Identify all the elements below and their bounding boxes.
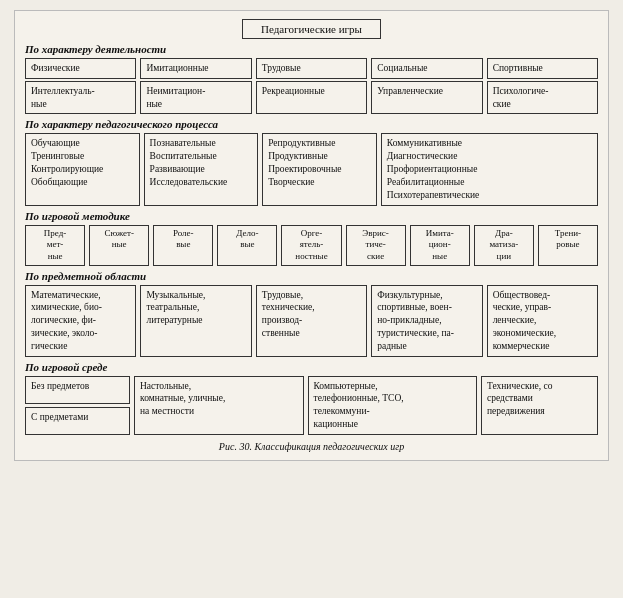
box-s3c7: Имита- цион- ные: [410, 225, 470, 266]
box-s4c1: Математические, химические, био- логичес…: [25, 285, 136, 357]
box-s3c6: Эврис- тиче- ские: [346, 225, 406, 266]
section-title-3: По игровой методике: [25, 210, 598, 222]
box-s1r2c3: Рекреационные: [256, 81, 367, 115]
box-s3c8: Дра- матиза- ции: [474, 225, 534, 266]
box-s2c1: Обучающие Тренинговые Контролирующие Обо…: [25, 133, 140, 205]
section1-row2: Интеллектуаль- ные Неимитацион- ные Рекр…: [25, 81, 598, 115]
section-title-2: По характеру педагогического процесса: [25, 118, 598, 130]
section4-boxes: Математические, химические, био- логичес…: [25, 285, 598, 357]
box-s3c2: Сюжет- ные: [89, 225, 149, 266]
box-s1r1c1: Физические: [25, 58, 136, 79]
box-s1r1c5: Спортивные: [487, 58, 598, 79]
box-s2c4: Коммуникативные Диагностические Профорие…: [381, 133, 598, 205]
section-title-5: По игровой среде: [25, 361, 598, 373]
box-s1r2c4: Управленческие: [371, 81, 482, 115]
main-title: Педагогические игры: [242, 19, 381, 39]
box-s3c1: Пред- мет- ные: [25, 225, 85, 266]
section2-boxes: Обучающие Тренинговые Контролирующие Обо…: [25, 133, 598, 205]
box-s3c5: Орге- ятель- ностные: [281, 225, 341, 266]
box-s4c3: Трудовые, технические, производ- ственны…: [256, 285, 367, 357]
section3-boxes: Пред- мет- ные Сюжет- ные Роле- вые Дело…: [25, 225, 598, 266]
box-s2c3: Репродуктивные Продуктивные Проектировоч…: [262, 133, 377, 205]
section5-left-pair: Без предметов С предметами: [25, 376, 130, 435]
box-s1r2c1: Интеллектуаль- ные: [25, 81, 136, 115]
box-s4c2: Музыкальные, театральные, литературные: [140, 285, 251, 357]
box-s3c9: Трени- ровые: [538, 225, 598, 266]
box-s1r2c5: Психологиче- ские: [487, 81, 598, 115]
box-s1r1c4: Социальные: [371, 58, 482, 79]
section5-boxes: Без предметов С предметами Настольные, к…: [25, 376, 598, 435]
figure-caption: Рис. 30. Классификация педагогических иг…: [25, 441, 598, 452]
box-s2c2: Познавательные Воспитательные Развивающи…: [144, 133, 259, 205]
box-s4c5: Обществовед- ческие, управ- ленческие, э…: [487, 285, 598, 357]
page-wrapper: Педагогические игры По характеру деятель…: [14, 10, 609, 461]
box-s1r2c2: Неимитацион- ные: [140, 81, 251, 115]
section-title-4: По предметной области: [25, 270, 598, 282]
box-s5-with-items: С предметами: [25, 407, 130, 435]
box-s3c3: Роле- вые: [153, 225, 213, 266]
box-s5-no-items: Без предметов: [25, 376, 130, 404]
box-s1r1c3: Трудовые: [256, 58, 367, 79]
section-title-1: По характеру деятельности: [25, 43, 598, 55]
section1-row1: Физические Имитационные Трудовые Социаль…: [25, 58, 598, 79]
box-s5c4: Технические, со средствами передвижения: [481, 376, 598, 435]
title-row: Педагогические игры: [25, 19, 598, 39]
box-s5c2: Настольные, комнатные, уличные, на местн…: [134, 376, 304, 435]
box-s3c4: Дело- вые: [217, 225, 277, 266]
box-s5c3: Компьютерные, телефонионные, ТСО, телеко…: [308, 376, 478, 435]
box-s1r1c2: Имитационные: [140, 58, 251, 79]
box-s4c4: Физкультурные, спортивные, воен- но-прик…: [371, 285, 482, 357]
